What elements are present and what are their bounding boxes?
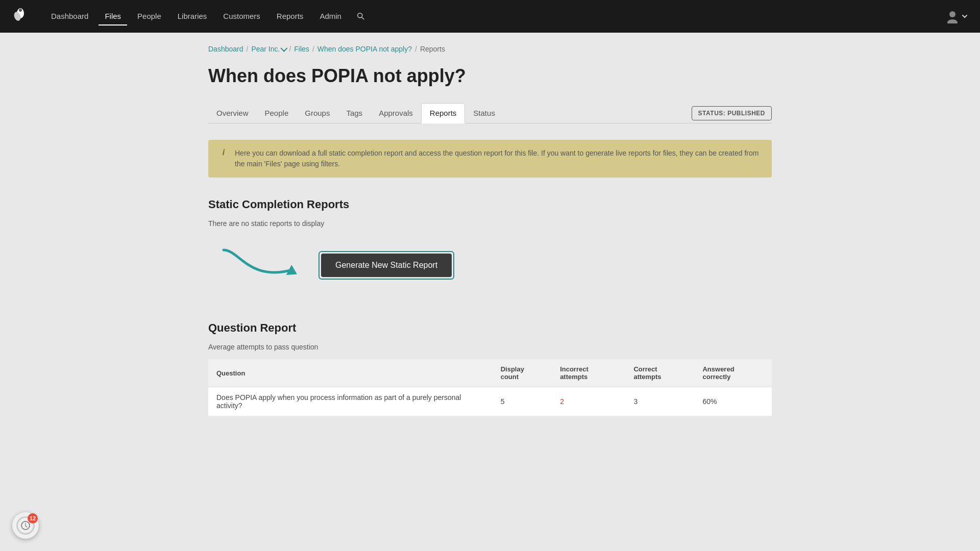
generate-btn-wrapper: Generate New Static Report [318,251,454,280]
page-content: Dashboard / Pear Inc. / Files / When doe… [184,33,796,441]
table-header: Question Display count Incorrect attempt… [208,359,772,387]
tab-status[interactable]: Status [465,104,503,123]
info-text: Here you can download a full static comp… [235,148,762,169]
tab-approvals[interactable]: Approvals [371,104,421,123]
question-report-table: Question Display count Incorrect attempt… [208,359,772,416]
chevron-down-icon [962,13,968,19]
page-title: When does POPIA not apply? [208,65,772,87]
status-badge: STATUS: PUBLISHED [692,106,772,120]
generate-report-area: Generate New Static Report [208,240,772,291]
info-box: i Here you can download a full static co… [208,140,772,178]
col-correct-attempts: Correct attempts [625,359,694,387]
cell-incorrect-attempts[interactable]: 2 [552,387,625,416]
avg-attempts-label: Average attempts to pass question [208,343,772,351]
col-display-count: Display count [493,359,552,387]
nav-dashboard[interactable]: Dashboard [45,8,94,26]
nav-links: Dashboard Files People Libraries Custome… [45,7,945,26]
cell-answered-correctly: 60% [694,387,772,416]
table-row: Does POPIA apply when you process inform… [208,387,772,416]
nav-files[interactable]: Files [99,8,127,26]
question-report-heading: Question Report [208,321,772,335]
static-reports-heading: Static Completion Reports [208,198,772,211]
navbar-right [945,9,968,23]
svg-point-3 [949,11,955,17]
cell-correct-attempts: 3 [625,387,694,416]
breadcrumb-org-item: Pear Inc. [251,45,286,53]
svg-point-2 [19,9,22,12]
breadcrumb-dashboard[interactable]: Dashboard [208,45,243,53]
breadcrumb-sep-2: / [289,45,291,53]
tab-overview[interactable]: Overview [208,104,257,123]
breadcrumb-sep-1: / [247,45,249,53]
breadcrumb: Dashboard / Pear Inc. / Files / When doe… [208,45,772,53]
svg-point-4 [947,19,958,23]
arrow-icon [208,240,310,291]
info-icon: i [218,148,229,157]
nav-customers[interactable]: Customers [217,8,266,26]
nav-admin[interactable]: Admin [313,8,348,26]
breadcrumb-file[interactable]: When does POPIA not apply? [317,45,412,53]
navbar: Dashboard Files People Libraries Custome… [0,0,980,33]
breadcrumb-sep-4: / [415,45,417,53]
org-dropdown-icon[interactable] [281,45,288,52]
breadcrumb-current: Reports [420,45,445,53]
tabs-row: Overview People Groups Tags Approvals Re… [208,103,772,123]
question-report-section: Question Report Average attempts to pass… [208,321,772,416]
col-incorrect-attempts: Incorrect attempts [552,359,625,387]
nav-reports[interactable]: Reports [271,8,310,26]
app-logo[interactable] [12,8,29,24]
tab-reports[interactable]: Reports [421,103,465,123]
cell-question: Does POPIA apply when you process inform… [208,387,493,416]
search-button[interactable] [352,7,369,26]
breadcrumb-sep-3: / [312,45,314,53]
generate-static-report-button[interactable]: Generate New Static Report [321,254,452,277]
tab-groups[interactable]: Groups [297,104,338,123]
tab-tags[interactable]: Tags [338,104,371,123]
table-body: Does POPIA apply when you process inform… [208,387,772,416]
no-reports-message: There are no static reports to display [208,219,772,228]
cell-display-count: 5 [493,387,552,416]
col-question: Question [208,359,493,387]
tab-people[interactable]: People [257,104,297,123]
breadcrumb-org[interactable]: Pear Inc. [251,45,280,53]
user-menu-button[interactable] [945,9,968,23]
nav-libraries[interactable]: Libraries [172,8,213,26]
nav-people[interactable]: People [131,8,167,26]
col-answered-correctly: Answered correctly [694,359,772,387]
breadcrumb-files[interactable]: Files [294,45,309,53]
